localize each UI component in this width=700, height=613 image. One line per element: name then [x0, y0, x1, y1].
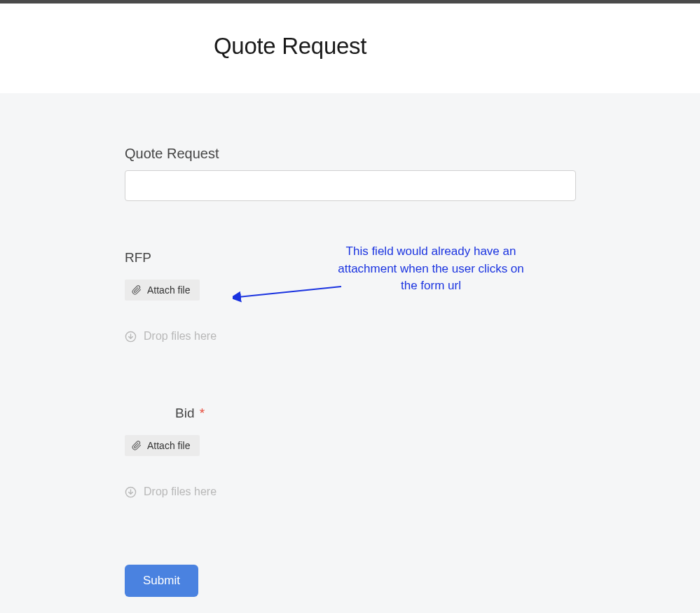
rfp-attach-button[interactable]: Attach file [125, 280, 200, 301]
bid-attach-button[interactable]: Attach file [125, 435, 200, 456]
page-title: Quote Request [214, 33, 700, 60]
submit-button[interactable]: Submit [125, 565, 198, 597]
required-indicator: * [200, 406, 205, 420]
bid-label: Bid * [125, 406, 575, 421]
download-circle-icon [125, 486, 137, 498]
paperclip-icon [132, 441, 142, 450]
bid-drop-label: Drop files here [144, 485, 217, 498]
bid-drop-zone[interactable]: Drop files here [125, 485, 575, 498]
bid-field: Bid * Attach file Drop files here [125, 406, 575, 498]
paperclip-icon [132, 285, 142, 295]
rfp-drop-label: Drop files here [144, 330, 217, 343]
bid-attach-label: Attach file [147, 440, 190, 451]
rfp-attach-label: Attach file [147, 284, 190, 296]
annotation-callout: This field would already have an attachm… [333, 243, 529, 295]
page-header: Quote Request [0, 4, 700, 93]
quote-request-input[interactable] [125, 170, 576, 201]
rfp-drop-zone[interactable]: Drop files here [125, 330, 575, 343]
bid-label-text: Bid [175, 406, 194, 420]
quote-request-label: Quote Request [125, 146, 575, 162]
form-area: Quote Request RFP Attach file Drop files… [0, 93, 700, 613]
download-circle-icon [125, 331, 137, 343]
